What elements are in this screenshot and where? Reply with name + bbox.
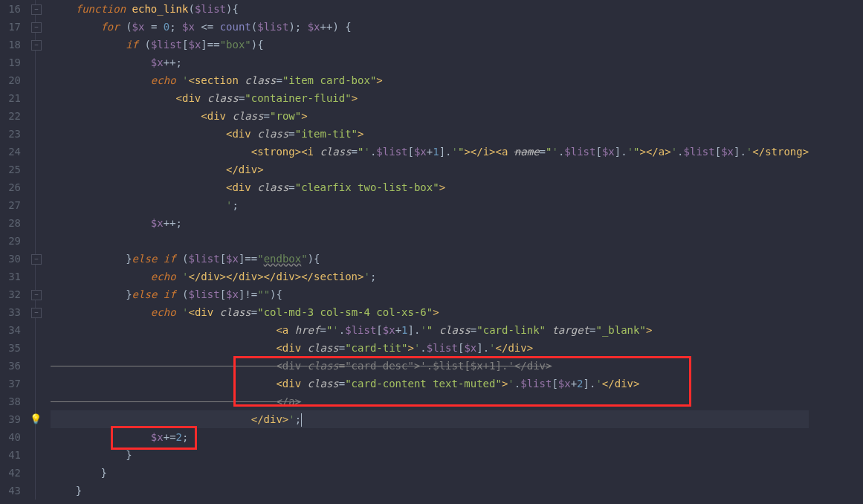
fold-toggle[interactable]: − [31, 308, 42, 318]
code-line[interactable]: '; [51, 196, 809, 214]
line-number: 39 [3, 410, 21, 428]
code-line[interactable]: if ($list[$x]=="box"){ [51, 36, 809, 54]
code-line[interactable]: for ($x = 0; $x <= count($list); $x++) { [51, 18, 809, 36]
text-caret [301, 413, 302, 427]
fold-toggle[interactable]: − [31, 254, 42, 265]
code-editor[interactable]: 1617181920212223242526272829303132333435… [0, 0, 863, 500]
fold-toggle[interactable]: − [31, 22, 42, 33]
code-line[interactable]: echo '<div class="col-md-3 col-sm-4 col-… [51, 303, 809, 321]
line-number: 30 [3, 250, 21, 268]
code-line[interactable]: </div>'; [51, 410, 809, 428]
code-line[interactable]: }else if ($list[$x]!=""){ [51, 285, 809, 303]
lightbulb-icon[interactable]: 💡 [30, 413, 42, 424]
line-number: 21 [3, 89, 21, 107]
fold-toggle[interactable]: − [31, 290, 42, 300]
code-line[interactable]: } [51, 464, 809, 482]
code-line[interactable]: <div class="clearfix two-list-box"> [51, 178, 809, 196]
code-line[interactable]: $x+=2; [51, 428, 809, 446]
code-line[interactable]: <div class="item-tit"> [51, 125, 809, 143]
line-number: 29 [3, 232, 21, 250]
code-line[interactable]: echo '<section class="item card-box"> [51, 71, 809, 89]
line-number: 37 [3, 375, 21, 392]
line-number: 19 [3, 54, 21, 71]
line-number: 20 [3, 71, 21, 89]
line-number: 31 [3, 268, 21, 285]
code-line[interactable]: </div> [51, 161, 809, 178]
fold-column: 💡−−−−−− [27, 0, 48, 500]
code-area[interactable]: function echo_link($list){ for ($x = 0; … [48, 0, 809, 500]
code-line[interactable]: <div class="container-fluid"> [51, 89, 809, 107]
line-number: 33 [3, 303, 21, 321]
fold-toggle[interactable]: − [31, 40, 42, 51]
fold-toggle[interactable]: − [31, 4, 42, 15]
code-line[interactable]: <div class="card-content text-muted">'.$… [51, 375, 809, 392]
code-line[interactable]: echo '</div></div></div></section>'; [51, 268, 809, 285]
code-line[interactable]: } [51, 446, 809, 464]
code-line[interactable]: </a> [51, 392, 809, 410]
code-line[interactable]: function echo_link($list){ [51, 0, 809, 18]
line-number: 36 [3, 357, 21, 375]
code-line[interactable]: <a href="'.$list[$x+1].'" class="card-li… [51, 321, 809, 339]
line-number: 28 [3, 214, 21, 232]
code-line[interactable]: $x++; [51, 214, 809, 232]
line-number: 26 [3, 178, 21, 196]
code-line[interactable]: <div class="card-tit">'.$list[$x].'</div… [51, 339, 809, 357]
line-number: 25 [3, 161, 21, 178]
line-number: 18 [3, 36, 21, 54]
code-line[interactable]: <strong><i class="'.$list[$x+1].'"></i><… [51, 143, 809, 161]
line-number: 24 [3, 143, 21, 161]
code-line[interactable]: $x++; [51, 54, 809, 71]
line-number: 42 [3, 464, 21, 482]
code-line[interactable]: } [51, 482, 809, 500]
line-number: 43 [3, 482, 21, 500]
line-number: 32 [3, 285, 21, 303]
line-number: 23 [3, 125, 21, 143]
line-number: 22 [3, 107, 21, 125]
line-number: 34 [3, 321, 21, 339]
line-number: 17 [3, 18, 21, 36]
line-number: 27 [3, 196, 21, 214]
code-line[interactable]: <div class="row"> [51, 107, 809, 125]
line-number: 35 [3, 339, 21, 357]
line-number-gutter: 1617181920212223242526272829303132333435… [0, 0, 27, 500]
code-line[interactable]: <div class="card-desc">'.$list[$x+1].'</… [51, 357, 809, 375]
line-number: 40 [3, 428, 21, 446]
line-number: 16 [3, 0, 21, 18]
code-line[interactable] [51, 232, 809, 250]
code-line[interactable]: }else if ($list[$x]=="endbox"){ [51, 250, 809, 268]
line-number: 38 [3, 392, 21, 410]
line-number: 41 [3, 446, 21, 464]
